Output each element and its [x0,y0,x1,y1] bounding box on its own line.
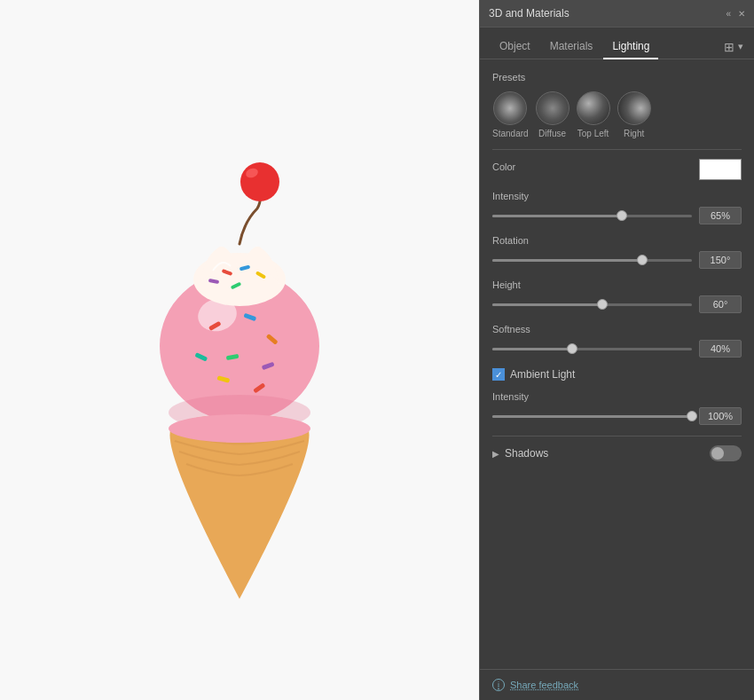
rotation-slider[interactable] [492,254,692,266]
grid-icon[interactable]: ⊞ [724,40,734,54]
softness-value[interactable]: 40% [699,340,742,358]
preset-standard[interactable]: Standard [492,91,529,138]
shadows-chevron-icon: ▶ [492,449,499,459]
collapse-icon[interactable]: « [726,9,731,19]
ambient-intensity-value[interactable]: 100% [699,407,742,425]
intensity-label: Intensity [492,191,742,201]
softness-slider[interactable] [492,342,692,355]
height-label: Height [492,279,742,290]
color-swatch[interactable] [699,159,742,180]
ambient-light-row: Ambient Light [492,368,742,381]
height-control: 60° [492,295,742,313]
softness-label: Softness [492,324,742,334]
tabs-right-controls: ⊞ ▾ [724,40,743,54]
height-row: Height 60° [492,279,742,313]
softness-thumb[interactable] [567,343,577,354]
rotation-label: Rotation [492,235,742,246]
ambient-intensity-slider[interactable] [492,410,692,422]
intensity-row: Intensity 65% [492,191,742,224]
softness-row: Softness 40% [492,324,742,358]
presets-grid: Standard Diffuse Top Left Right [492,91,742,138]
panel: 3D and Materials « ✕ Object Materials Li… [479,0,754,700]
ambient-intensity-label: Intensity [492,391,742,402]
preset-topleft-circle [577,91,610,125]
panel-content: Presets Standard Diffuse Top Left Right [480,59,754,669]
share-feedback-label: Share feedback [510,680,578,690]
panel-header-icons: « ✕ [726,9,745,19]
intensity-control: 65% [492,207,742,224]
ambient-intensity-track [492,415,692,418]
color-label: Color [492,161,515,172]
height-value[interactable]: 60° [699,295,742,313]
intensity-slider[interactable] [492,209,692,222]
info-icon: i [492,679,505,691]
close-icon[interactable]: ✕ [738,9,745,19]
ambient-intensity-row: Intensity 100% [492,391,742,425]
height-thumb[interactable] [597,299,608,310]
height-fill [492,303,602,306]
toggle-knob [711,447,724,460]
ambient-light-checkbox[interactable] [492,368,505,381]
intensity-track [492,215,692,217]
height-slider[interactable] [492,298,692,311]
preset-standard-circle [493,91,527,125]
shadows-label: Shadows [505,447,548,460]
shadows-label-group[interactable]: ▶ Shadows [492,447,548,460]
tabs-bar: Object Materials Lighting ⊞ ▾ [480,28,754,59]
presets-label: Presets [492,72,742,83]
tab-materials[interactable]: Materials [541,35,602,59]
chevron-down-icon[interactable]: ▾ [738,41,743,52]
preset-diffuse-label: Diffuse [538,129,566,138]
shadows-toggle[interactable] [710,445,742,461]
svg-point-4 [169,414,310,443]
intensity-fill [492,215,622,217]
ambient-intensity-fill [492,415,692,418]
ice-cream-illustration [89,84,390,617]
panel-title: 3D and Materials [489,7,569,20]
softness-control: 40% [492,340,742,358]
ambient-intensity-thumb[interactable] [687,411,697,421]
rotation-fill [492,259,642,262]
preset-diffuse-circle [536,91,569,125]
rotation-control: 150° [492,251,742,269]
rotation-track [492,259,692,262]
preset-standard-label: Standard [492,129,529,138]
softness-fill [492,348,572,350]
share-feedback[interactable]: i Share feedback [480,669,754,700]
shadows-row: ▶ Shadows [492,436,742,470]
rotation-value[interactable]: 150° [699,251,742,269]
ambient-light-label: Ambient Light [510,368,575,381]
divider-1 [492,149,742,150]
preset-topleft-label: Top Left [577,129,609,138]
presets-section: Presets Standard Diffuse Top Left Right [492,72,742,138]
height-track [492,303,692,306]
tab-object[interactable]: Object [491,35,539,59]
panel-header: 3D and Materials « ✕ [480,0,754,28]
ambient-intensity-control: 100% [492,407,742,425]
preset-topleft[interactable]: Top Left [577,91,610,138]
preset-right-circle [617,91,651,125]
preset-right[interactable]: Right [617,91,651,138]
preset-right-label: Right [624,129,644,138]
preset-diffuse[interactable]: Diffuse [536,91,569,138]
svg-point-19 [240,162,279,201]
rotation-row: Rotation 150° [492,235,742,269]
color-row: Color [492,159,742,180]
softness-track [492,348,692,350]
intensity-value[interactable]: 65% [699,207,742,224]
intensity-thumb[interactable] [617,210,627,221]
tab-lighting[interactable]: Lighting [603,35,658,59]
canvas-area [0,0,479,700]
rotation-thumb[interactable] [637,255,648,265]
